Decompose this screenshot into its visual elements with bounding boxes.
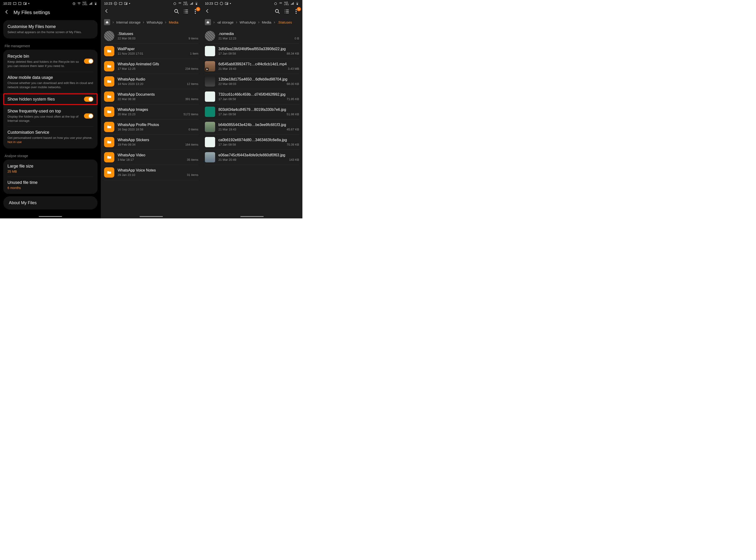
svg-rect-3 (25, 3, 26, 4)
breadcrumb-seg[interactable]: Media (262, 20, 271, 24)
file-date: 21 Mar 20:49 (218, 158, 236, 161)
folder-icon (104, 137, 114, 147)
breadcrumb-home[interactable] (104, 19, 110, 25)
svg-rect-8 (119, 2, 122, 4)
breadcrumb-seg[interactable]: WhatsApp (146, 20, 163, 24)
search-button[interactable] (274, 8, 280, 15)
file-name: ca0b6192e6974d80…3463463fc6e8a.jpg (218, 138, 299, 142)
about-my-files-button[interactable]: About My Files (3, 196, 98, 209)
pip-icon (23, 2, 27, 5)
window-icon (18, 2, 22, 5)
breadcrumb-seg[interactable]: ›al storage (217, 20, 234, 24)
alarm-icon (274, 2, 277, 5)
file-name: 3dfd0ea19b5f4fdf9eaf850a33908d22.jpg (218, 47, 299, 51)
more-button[interactable]: N (192, 8, 198, 15)
svg-rect-18 (215, 2, 218, 4)
list-item[interactable]: ca0b6192e6974d80…3463463fc6e8a.jpg17 Jan… (205, 135, 299, 150)
file-date: 19 Feb 09:34 (118, 143, 136, 146)
file-name: WhatsApp Images (118, 107, 198, 112)
search-button[interactable] (174, 8, 180, 15)
list-item[interactable]: .nomedia21 Mar 12:230 B (205, 28, 299, 44)
svg-point-25 (275, 9, 278, 12)
list-item[interactable]: WhatsApp Images20 Mar 15:235172 items (104, 104, 198, 119)
file-size: 45.67 KB (287, 128, 299, 131)
file-size: 31 items (187, 173, 198, 177)
show-hidden-files-toggle[interactable] (84, 97, 93, 102)
list-item[interactable]: WhatsApp Documents22 Mar 08:38391 items (104, 89, 198, 104)
list-item[interactable]: 3dfd0ea19b5f4fdf9eaf850a33908d22.jpg17 J… (205, 44, 299, 59)
recycle-bin-toggle[interactable] (84, 59, 93, 64)
file-name: 732cc61c466c459b…d745f0492f992.jpg (218, 93, 299, 97)
file-name: .nomedia (218, 32, 299, 36)
file-size: 3.43 MB (288, 67, 299, 71)
list-item[interactable]: WallPaper11 Nov 2020 17:011 item (104, 44, 198, 59)
breadcrumb-seg[interactable]: Internal storage (116, 20, 140, 24)
nav-handle[interactable] (240, 216, 264, 217)
back-button[interactable] (4, 9, 9, 15)
list-item[interactable]: 12bbe18d175a4650…6dfeb8ed98704.jpg22 Mar… (205, 74, 299, 89)
large-file-size-row[interactable]: Large file size 25 MB (7, 161, 93, 177)
svg-point-28 (296, 13, 297, 14)
list-item[interactable]: WhatsApp Profile Photos16 Sep 2020 18:58… (104, 119, 198, 135)
back-button[interactable] (104, 8, 109, 15)
folder-icon (104, 61, 114, 72)
battery-icon (195, 2, 198, 5)
list-item[interactable]: WhatsApp Voice Notes29 Jan 23:1031 items (104, 165, 198, 180)
more-button[interactable]: N (293, 8, 299, 15)
unused-file-time-row[interactable]: Unused file time 6 months (7, 177, 93, 193)
file-thumbnail (205, 122, 215, 132)
file-name: WhatsApp Profile Photos (118, 123, 198, 127)
list-item[interactable]: WhatsApp Animated Gifs17 Mar 12:25234 it… (104, 59, 198, 74)
file-date: 17 Jan 09:58 (218, 97, 236, 101)
file-date: 29 Jan 23:10 (118, 173, 135, 177)
volte-indicator: Vo))LTE1 (284, 1, 289, 6)
file-name: 6d545ab83992477c…c4f4c6cb14d1.mp4 (218, 62, 299, 66)
list-item[interactable]: WhatsApp Stickers19 Feb 09:34164 items (104, 135, 198, 150)
mobile-data-row[interactable]: Allow mobile data usage Choose whether y… (7, 72, 93, 93)
file-date: 3 Mar 18:17 (118, 158, 134, 161)
file-size: 234 items (185, 67, 198, 71)
breadcrumb: ›al storage WhatsApp Media .Statuses (202, 17, 302, 28)
folder-icon (104, 152, 114, 162)
svg-rect-21 (226, 3, 228, 4)
file-size: 0 items (188, 128, 198, 131)
file-name: b64b0855443e424b…be3ee9fc681f3.jpg (218, 123, 299, 127)
folder-icon (104, 46, 114, 56)
svg-point-16 (195, 11, 196, 12)
list-item[interactable]: b64b0855443e424b…be3ee9fc681f3.jpg21 Mar… (205, 119, 299, 135)
view-toggle-button[interactable] (284, 8, 290, 15)
notification-badge: N (196, 7, 200, 11)
whatsapp-icon (220, 2, 223, 5)
customisation-service-row[interactable]: Customisation Service Get personalised c… (7, 127, 93, 147)
list-item[interactable]: WhatsApp Video3 Mar 18:1735 items (104, 150, 198, 165)
nav-handle[interactable] (39, 216, 62, 217)
file-name: WallPaper (118, 47, 198, 51)
notification-badge: N (297, 7, 301, 11)
frequently-used-toggle[interactable] (84, 114, 93, 119)
list-item[interactable]: .Statuses22 Mar 08:039 items (104, 28, 198, 44)
file-size: 70.39 KB (287, 143, 299, 146)
show-hidden-files-row[interactable]: Show hidden system files (3, 93, 98, 105)
file-date: 17 Jan 09:58 (218, 52, 236, 55)
list-item[interactable]: WhatsApp Audio14 Nov 2020 13:2012 items (104, 74, 198, 89)
svg-rect-6 (95, 3, 96, 5)
list-item[interactable]: e06ae745cf6443a4bfe9cfe860df0f63.jpg21 M… (205, 150, 299, 165)
nav-handle[interactable] (140, 216, 163, 217)
view-toggle-button[interactable] (183, 8, 189, 15)
svg-point-7 (114, 2, 117, 5)
file-size: 51.98 KB (287, 113, 299, 116)
list-item[interactable]: 732cc61c466c459b…d745f0492f992.jpg17 Jan… (205, 89, 299, 104)
file-size: 88.34 KB (287, 52, 299, 55)
pip-icon (225, 2, 228, 5)
back-button[interactable] (205, 8, 210, 15)
svg-rect-13 (196, 3, 197, 5)
recycle-bin-row[interactable]: Recycle bin Keep deleted files and folde… (7, 51, 93, 72)
list-item[interactable]: 803d434a4cdf4579…8019fa330b7e6.jpg17 Jan… (205, 104, 299, 119)
customise-home-row[interactable]: Customise My Files home Select what appe… (7, 21, 93, 38)
breadcrumb-seg[interactable]: WhatsApp (240, 20, 256, 24)
whatsapp-icon (114, 2, 117, 5)
list-item[interactable]: 6d545ab83992477c…c4f4c6cb14d1.mp421 Mar … (205, 59, 299, 74)
breadcrumb-home[interactable] (205, 19, 211, 25)
frequently-used-row[interactable]: Show frequently-used on top Display the … (7, 105, 93, 126)
file-date: 22 Mar 08:38 (118, 97, 136, 101)
